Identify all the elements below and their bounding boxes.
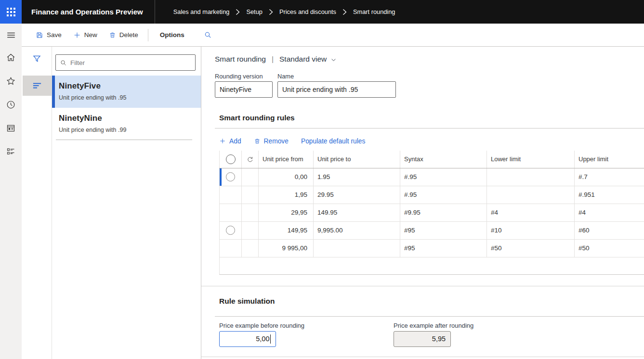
options-label: Options	[160, 31, 184, 38]
grid-row-1[interactable]: 0,00 1.95 #.95 #.7	[220, 168, 644, 186]
breadcrumb-item-current[interactable]: Smart rounding	[353, 8, 395, 15]
column-header-lower-limit[interactable]: Lower limit	[487, 151, 575, 168]
content-area: NinetyFive Unit price ending with .95 Ni…	[0, 47, 644, 359]
list-item-title: NinetyNine	[59, 114, 196, 123]
cell-syntax[interactable]: #.95	[400, 168, 487, 186]
grid-row-2[interactable]: 1,95 29.95 #.95 #.951	[220, 186, 644, 204]
row-select-cell[interactable]	[220, 221, 242, 239]
cell-unit-price-from[interactable]: 9 995,00	[259, 239, 314, 257]
column-header-syntax[interactable]: Syntax	[400, 151, 487, 168]
list-item-ninetyfive[interactable]: NinetyFive Unit price ending with .95	[52, 76, 201, 108]
list-view-button[interactable]	[23, 76, 52, 96]
options-button[interactable]: Options	[153, 28, 191, 41]
select-all-cell[interactable]	[220, 151, 242, 168]
cell-lower-limit[interactable]: #4	[487, 204, 575, 221]
favorites-nav-button[interactable]	[6, 76, 16, 86]
modules-nav-button[interactable]	[6, 146, 16, 157]
list-item-ninetynine[interactable]: NinetyNine Unit price ending with .99	[52, 108, 201, 140]
view-selector[interactable]: Standard view	[279, 55, 337, 64]
rounding-version-label: Rounding version	[215, 73, 273, 80]
row-select-cell[interactable]	[220, 168, 242, 186]
refresh-icon[interactable]	[246, 155, 254, 163]
list-item-divider	[56, 140, 192, 140]
app-launcher-button[interactable]	[0, 0, 22, 24]
home-nav-button[interactable]	[6, 52, 16, 63]
grid-row-3[interactable]: 29,95 149.95 #9.95 #4 #4	[220, 204, 644, 221]
cell-upper-limit[interactable]: #.7	[575, 168, 644, 186]
cell-unit-price-from[interactable]: 1,95	[259, 186, 314, 204]
filter-pane-button[interactable]	[22, 51, 52, 67]
workspaces-nav-button[interactable]	[6, 123, 16, 133]
cell-upper-limit[interactable]: #50	[575, 239, 644, 257]
command-bar-row: Save New Delete Options	[0, 24, 644, 47]
command-search-button[interactable]	[199, 28, 217, 42]
cell-unit-price-to[interactable]	[314, 239, 400, 257]
delete-label: Delete	[119, 31, 138, 38]
new-button[interactable]: New	[68, 28, 102, 42]
list-filter-field[interactable]	[55, 54, 196, 71]
cell-syntax[interactable]: #95	[400, 239, 487, 257]
grid-toolbar: Add Remove Populate default rules	[215, 135, 644, 147]
price-before-input[interactable]: 5,00	[219, 331, 276, 347]
product-title: Finance and Operations Preview	[22, 0, 155, 24]
cell-unit-price-to[interactable]: 1.95	[314, 168, 400, 186]
column-header-unit-price-from[interactable]: Unit price from	[259, 151, 314, 168]
row-status-cell[interactable]	[242, 221, 259, 239]
breadcrumb-item-setup[interactable]: Setup	[246, 8, 262, 15]
header-fields: Rounding version Name	[215, 73, 644, 98]
section-divider	[201, 286, 644, 286]
save-button[interactable]: Save	[31, 28, 66, 42]
grid-row-5[interactable]: 9 995,00 #95 #50 #50	[220, 239, 644, 257]
record-list: NinetyFive Unit price ending with .95 Ni…	[52, 76, 201, 140]
row-status-cell[interactable]	[242, 204, 259, 221]
cell-syntax[interactable]: #9.95	[400, 204, 487, 221]
row-select-cell[interactable]	[220, 204, 242, 221]
refresh-cell[interactable]	[242, 151, 259, 168]
populate-default-rules-button[interactable]: Populate default rules	[301, 138, 365, 145]
rounding-version-input[interactable]	[215, 81, 273, 98]
master-list-panel: NinetyFive Unit price ending with .95 Ni…	[52, 47, 201, 359]
remove-row-button[interactable]: Remove	[254, 138, 289, 145]
breadcrumb-item-prices[interactable]: Prices and discounts	[279, 8, 336, 15]
row-radio[interactable]	[226, 172, 235, 181]
cell-unit-price-to[interactable]: 9,995.00	[314, 221, 400, 239]
cell-syntax[interactable]: #95	[400, 221, 487, 239]
star-icon	[6, 76, 16, 86]
row-select-cell[interactable]	[220, 186, 242, 204]
column-header-upper-limit[interactable]: Upper limit	[575, 151, 644, 168]
row-status-cell[interactable]	[242, 168, 259, 186]
cell-upper-limit[interactable]: #.951	[575, 186, 644, 204]
list-filter-input[interactable]	[70, 59, 191, 66]
chevron-right-icon	[269, 9, 273, 15]
view-selector-label: Standard view	[279, 55, 327, 64]
row-select-cell[interactable]	[220, 239, 242, 257]
cell-unit-price-from[interactable]: 0,00	[259, 168, 314, 186]
add-row-button[interactable]: Add	[219, 138, 241, 145]
row-status-cell[interactable]	[242, 239, 259, 257]
nav-expand-button[interactable]	[0, 24, 22, 47]
row-status-cell[interactable]	[242, 186, 259, 204]
select-all-radio[interactable]	[226, 154, 236, 164]
save-icon	[36, 31, 43, 39]
cell-unit-price-to[interactable]: 29.95	[314, 186, 400, 204]
recent-nav-button[interactable]	[6, 99, 16, 110]
cell-lower-limit[interactable]: #50	[487, 239, 575, 257]
cell-unit-price-from[interactable]: 29,95	[259, 204, 314, 221]
cell-lower-limit[interactable]	[487, 186, 575, 204]
cell-lower-limit[interactable]	[487, 168, 575, 186]
cell-upper-limit[interactable]: #4	[575, 204, 644, 221]
grid-row-4[interactable]: 149,95 9,995.00 #95 #10 #60	[220, 221, 644, 239]
cell-unit-price-from[interactable]: 149,95	[259, 221, 314, 239]
cell-upper-limit[interactable]: #60	[575, 221, 644, 239]
breadcrumb-item-module[interactable]: Sales and marketing	[173, 8, 230, 15]
name-input[interactable]	[277, 81, 396, 98]
plus-icon	[73, 31, 81, 39]
delete-button[interactable]: Delete	[104, 28, 143, 42]
waffle-icon	[7, 8, 15, 16]
row-radio[interactable]	[226, 226, 235, 235]
cell-unit-price-to[interactable]: 149.95	[314, 204, 400, 221]
breadcrumb: Sales and marketing Setup Prices and dis…	[155, 0, 395, 24]
cell-syntax[interactable]: #.95	[400, 186, 487, 204]
column-header-unit-price-to[interactable]: Unit price to	[314, 151, 400, 168]
cell-lower-limit[interactable]: #10	[487, 221, 575, 239]
